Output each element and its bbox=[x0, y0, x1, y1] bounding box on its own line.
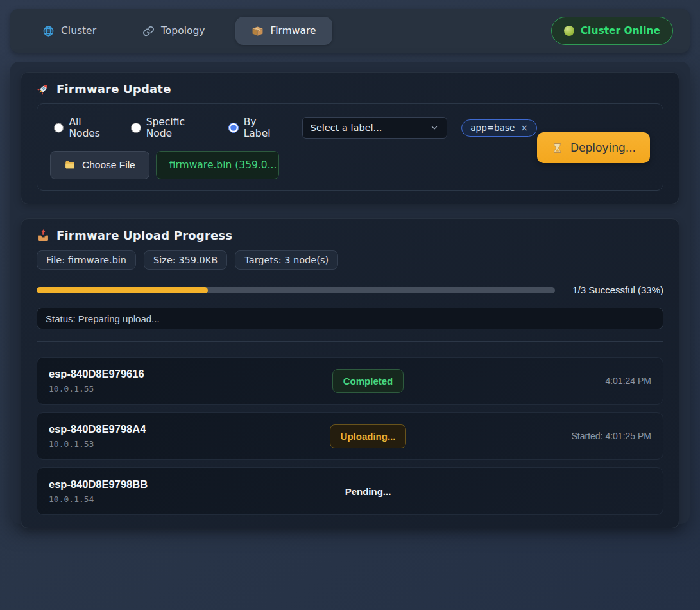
selected-file-label: firmware.bin (359.0... bbox=[169, 159, 277, 171]
status-text-pending: Pending... bbox=[345, 486, 391, 497]
tab-firmware[interactable]: Firmware bbox=[235, 17, 332, 45]
progress-bar-track bbox=[37, 287, 555, 293]
tag-remove-icon[interactable]: × bbox=[520, 123, 528, 133]
outbox-icon bbox=[37, 229, 50, 242]
radio-by-label-label[interactable]: By Label bbox=[244, 116, 285, 139]
radio-all-nodes-input[interactable] bbox=[54, 123, 64, 133]
radio-specific-node[interactable]: Specific Node bbox=[131, 116, 211, 139]
node-row: esp-840D8E9798A4 10.0.1.53 Uploading... … bbox=[37, 412, 663, 460]
node-ip: 10.0.1.53 bbox=[49, 439, 230, 449]
label-tag-text: app=base bbox=[470, 123, 515, 133]
green-dot-icon bbox=[564, 26, 574, 36]
deploy-form-fields: All Nodes Specific Node By Label Select … bbox=[50, 116, 537, 179]
upload-status-box: Status: Preparing upload... bbox=[37, 308, 663, 329]
radio-all-nodes[interactable]: All Nodes bbox=[54, 116, 114, 139]
choose-file-label: Choose File bbox=[82, 159, 135, 171]
firmware-update-title: Firmware Update bbox=[37, 82, 663, 96]
progress-summary: 1/3 Successful (33%) bbox=[566, 284, 663, 295]
deploy-button[interactable]: Deploying... bbox=[537, 132, 650, 163]
divider bbox=[37, 341, 663, 342]
upload-meta-badges: File: firmware.bin Size: 359.0KB Targets… bbox=[37, 250, 663, 270]
node-name: esp-840D8E9798A4 bbox=[49, 423, 230, 435]
choose-file-button[interactable]: Choose File bbox=[50, 151, 149, 179]
meta-badge-file: File: firmware.bin bbox=[37, 250, 136, 270]
node-name: esp-840D8E979616 bbox=[49, 368, 230, 380]
rocket-icon bbox=[37, 82, 50, 96]
main-container: Firmware Update All Nodes Specific Node … bbox=[10, 62, 690, 524]
node-list: esp-840D8E979616 10.0.1.55 Completed 4:0… bbox=[37, 357, 663, 515]
radio-specific-node-label[interactable]: Specific Node bbox=[146, 116, 212, 139]
cluster-status-badge[interactable]: Cluster Online bbox=[551, 17, 673, 45]
selected-file-chip: firmware.bin (359.0... bbox=[156, 151, 279, 179]
radio-by-label[interactable]: By Label bbox=[228, 116, 284, 139]
globe-icon bbox=[42, 25, 55, 37]
upload-progress-row: 1/3 Successful (33%) bbox=[37, 284, 663, 295]
package-icon bbox=[252, 25, 264, 37]
node-row: esp-840D8E9798BB 10.0.1.54 Pending... bbox=[37, 467, 663, 515]
radio-specific-node-input[interactable] bbox=[131, 123, 141, 133]
cluster-status-label: Cluster Online bbox=[581, 25, 660, 37]
label-tag-app-base[interactable]: app=base × bbox=[461, 119, 537, 137]
label-select[interactable]: Select a label... bbox=[302, 117, 448, 139]
node-name: esp-840D8E9798BB bbox=[49, 478, 230, 491]
status-badge-completed: Completed bbox=[332, 369, 404, 393]
tab-cluster-label: Cluster bbox=[61, 25, 96, 37]
meta-badge-targets: Targets: 3 node(s) bbox=[235, 250, 338, 270]
hourglass-icon bbox=[551, 142, 563, 154]
top-navbar: Cluster Topology Firmware Cluster Online bbox=[10, 9, 690, 53]
upload-progress-card: Firmware Upload Progress File: firmware.… bbox=[21, 218, 679, 528]
meta-badge-size: Size: 359.0KB bbox=[144, 250, 227, 270]
target-mode-radios: All Nodes Specific Node By Label Select … bbox=[54, 116, 537, 139]
firmware-update-card: Firmware Update All Nodes Specific Node … bbox=[21, 72, 679, 204]
deploy-button-label: Deploying... bbox=[570, 141, 636, 154]
node-ip: 10.0.1.54 bbox=[49, 494, 230, 504]
chevron-down-icon bbox=[430, 123, 439, 132]
deploy-form: All Nodes Specific Node By Label Select … bbox=[37, 103, 663, 191]
radio-all-nodes-label[interactable]: All Nodes bbox=[69, 116, 114, 139]
node-row: esp-840D8E979616 10.0.1.55 Completed 4:0… bbox=[37, 357, 663, 405]
progress-fill bbox=[37, 287, 208, 293]
tab-cluster[interactable]: Cluster bbox=[27, 17, 112, 45]
tab-firmware-label: Firmware bbox=[270, 25, 316, 37]
node-time: 4:01:24 PM bbox=[506, 376, 651, 386]
node-ip: 10.0.1.55 bbox=[49, 384, 230, 394]
file-picker-row: Choose File firmware.bin (359.0... bbox=[50, 151, 537, 179]
tab-topology[interactable]: Topology bbox=[127, 17, 220, 45]
folder-icon bbox=[64, 159, 76, 171]
node-time: Started: 4:01:25 PM bbox=[506, 431, 651, 441]
radio-by-label-input[interactable] bbox=[228, 123, 238, 133]
upload-progress-title: Firmware Upload Progress bbox=[37, 229, 663, 242]
label-select-placeholder: Select a label... bbox=[311, 123, 382, 133]
link-icon bbox=[142, 25, 155, 37]
status-badge-uploading: Uploading... bbox=[330, 424, 407, 448]
tab-topology-label: Topology bbox=[161, 25, 205, 37]
